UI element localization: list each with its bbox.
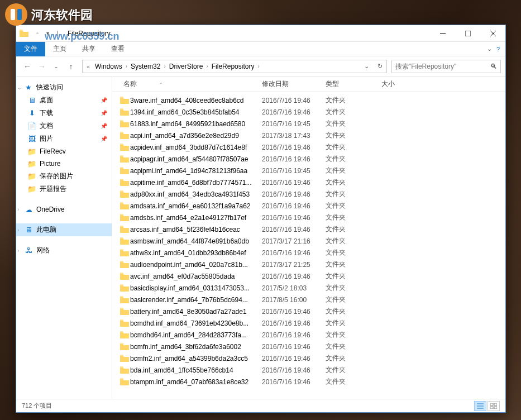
ribbon-expand-icon[interactable]: ⌄ [487,45,492,52]
address-dropdown-button[interactable]: ⌄ [360,60,373,73]
file-name: avc.inf_amd64_ef0d7ac55805dada [130,273,262,280]
chevron-right-icon[interactable]: › [161,63,168,69]
picture-icon: 🖼 [27,135,36,144]
chevron-right-icon[interactable]: › [204,63,210,69]
file-row[interactable]: bcmdhd.inf_amd64_73691eb4230e8b...2016/7… [119,317,505,329]
sidebar-item-label: FileRecv [40,147,66,155]
maximize-button[interactable] [455,25,480,42]
file-row[interactable]: amdsata.inf_amd64_ea60132f1a9a7a622016/7… [119,200,505,212]
ribbon-tab-view[interactable]: 查看 [103,42,132,56]
file-row[interactable]: bcmfn2.inf_amd64_a54399b6da2a3cc52016/7/… [119,352,505,364]
minimize-button[interactable] [430,25,455,42]
file-row[interactable]: acpipagr.inf_amd64_af544807f78507ae2016/… [119,153,505,165]
nav-history-dropdown[interactable]: ⌄ [50,60,63,73]
chevron-down-icon[interactable]: ⌄ [17,85,22,90]
file-row[interactable]: athw8x.inf_amd64_01dbb293db86b4ef2016/7/… [119,247,505,259]
file-type: 文件夹 [326,131,381,140]
view-icons-button[interactable] [487,401,500,411]
file-date: 2016/7/16 19:46 [262,355,326,362]
sidebar-item[interactable]: 🖥桌面📌 [16,94,112,107]
file-row[interactable]: battery.inf_amd64_8e3050ad7a27ade12016/7… [119,306,505,317]
document-icon: 📄 [27,122,36,131]
close-button[interactable] [480,25,505,42]
search-input[interactable] [395,63,490,70]
file-name: bcmdhd64.inf_amd64_284d283773fa... [130,331,262,339]
sidebar-item-label: OneDrive [36,206,65,213]
file-date: 2017/5/2 18:03 [262,284,326,292]
file-row[interactable]: asmbsw.inf_amd64_44f874e891b6a0db2017/3/… [119,235,505,247]
column-header-name[interactable]: 名称⌃ [119,79,257,89]
file-name: battery.inf_amd64_8e3050ad7a27ade1 [130,308,262,316]
file-type: 文件夹 [326,365,381,375]
nav-back-button[interactable]: ← [21,60,34,73]
sidebar-item[interactable]: 📁保存的图片 [16,170,112,183]
file-row[interactable]: avc.inf_amd64_ef0d7ac55805dada2016/7/16 … [119,270,505,282]
sidebar-onedrive[interactable]: › ☁ OneDrive [16,203,112,216]
breadcrumb-item[interactable]: DriverStore [168,63,204,70]
file-row[interactable]: bcmfn.inf_amd64_3bf62da6fe3a60022016/7/1… [119,341,505,352]
quick-access-toolbar-icon[interactable]: ▫ [34,30,41,37]
search-icon[interactable]: 🔍︎ [490,63,497,70]
sidebar-network[interactable]: › 🖧 网络 [16,244,112,257]
sidebar-item[interactable]: 📁开题报告 [16,183,112,195]
file-name: acpidev.inf_amd64_3bdd87d7c1614e8f [130,144,262,151]
folder-icon [119,226,130,233]
file-row[interactable]: acpitime.inf_amd64_6d8bf7db7774571...201… [119,176,505,188]
file-date: 2016/7/16 19:46 [262,179,326,187]
ribbon-tab-file[interactable]: 文件 [16,42,45,56]
sidebar-item[interactable]: ⬇下载📌 [16,107,112,120]
column-header-date[interactable]: 修改日期 [257,79,321,89]
file-row[interactable]: basicdisplay.inf_amd64_03131473053...201… [119,282,505,294]
sidebar-item[interactable]: 📁Picture [16,157,112,170]
file-row[interactable]: 1394.inf_amd64_0c35e3b845bfab542016/7/16… [119,106,505,118]
file-row[interactable]: acpi.inf_amd64_a7d356e2e8ed29d92017/3/18… [119,130,505,141]
file-row[interactable]: audioendpoint.inf_amd64_020a7c81b...2017… [119,259,505,270]
file-row[interactable]: bda.inf_amd64_1ffc455be766cb142016/7/16 … [119,364,505,376]
breadcrumb-root-chevron[interactable]: « [83,63,94,70]
pin-icon: 📌 [101,97,107,103]
file-row[interactable]: basicrender.inf_amd64_7b76b5dc694...2017… [119,294,505,306]
view-details-button[interactable] [474,401,486,411]
desktop-icon: 🖥 [27,96,36,105]
file-row[interactable]: 61883.inf_amd64_84995921baed65802016/7/1… [119,118,505,130]
sidebar-item[interactable]: 📄文档📌 [16,120,112,132]
details-view-icon [477,403,484,409]
search-box[interactable]: 🔍︎ [391,60,501,73]
chevron-right-icon[interactable]: › [17,248,19,254]
nav-forward-button[interactable]: → [35,60,49,73]
chevron-right-icon[interactable]: › [255,63,261,69]
sidebar-this-pc[interactable]: › 🖥 此电脑 [16,223,112,236]
breadcrumb-item[interactable]: FileRepository [211,63,256,70]
ribbon-tab-share[interactable]: 共享 [74,42,103,56]
nav-up-button[interactable]: ↑ [64,60,78,73]
file-type: 文件夹 [326,178,381,187]
file-row[interactable]: amdsbs.inf_amd64_e2a1e49127fb17ef2016/7/… [119,212,505,223]
file-date: 2016/7/16 19:45 [262,167,326,175]
column-header-type[interactable]: 类型 [321,79,377,89]
chevron-right-icon[interactable]: › [123,63,130,69]
chevron-right-icon[interactable]: › [17,207,19,212]
refresh-button[interactable]: ↻ [373,60,386,73]
file-row[interactable]: bcmdhd64.inf_amd64_284d283773fa...2016/7… [119,329,505,341]
help-icon[interactable]: ? [496,46,500,52]
file-row[interactable]: btampm.inf_amd64_07abf683a1e8ce322016/7/… [119,376,505,388]
sidebar-quick-access[interactable]: ⌄ ★ 快速访问 [16,81,112,94]
file-row[interactable]: acpidev.inf_amd64_3bdd87d7c1614e8f2016/7… [119,141,505,153]
chevron-right-icon[interactable]: › [17,227,19,233]
breadcrumb-item[interactable]: System32 [130,63,161,70]
column-header-size[interactable]: 大小 [377,79,422,89]
breadcrumb-item[interactable]: Windows [94,63,123,70]
file-row[interactable]: 3ware.inf_amd64_408ceed6ec8ab6cd2016/7/1… [119,94,505,106]
file-name: 3ware.inf_amd64_408ceed6ec8ab6cd [130,97,262,104]
folder-icon [119,296,130,303]
sort-indicator-icon: ⌃ [159,82,163,87]
svg-rect-1 [11,9,15,20]
ribbon-tab-home[interactable]: 主页 [45,42,74,56]
file-row[interactable]: adp80xx.inf_amd64_34edb3ca4931f4532016/7… [119,188,505,200]
file-name: 61883.inf_amd64_84995921baed6580 [130,120,262,128]
sidebar-item[interactable]: 📁FileRecv [16,145,112,157]
file-row[interactable]: acpipmi.inf_amd64_1d94c781213f96aa2016/7… [119,165,505,176]
sidebar-item[interactable]: 🖼图片📌 [16,132,112,145]
address-bar[interactable]: « Windows›System32›DriverStore›FileRepos… [82,60,387,73]
file-row[interactable]: arcsas.inf_amd64_5f236fef4b16ceac2016/7/… [119,223,505,235]
